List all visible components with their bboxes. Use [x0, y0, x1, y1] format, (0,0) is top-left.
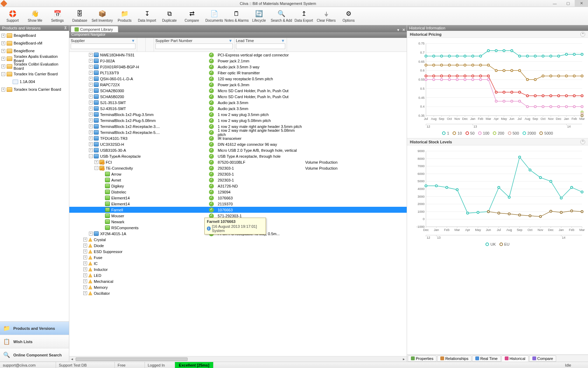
legend-item[interactable]: EU [499, 242, 510, 246]
row-toggle-icon[interactable]: + [89, 107, 93, 110]
toolbar-data-export[interactable]: ↥Data Export [293, 8, 315, 25]
toolbar-duplicate[interactable]: ⧉Duplicate [158, 8, 181, 25]
scroll-left-icon[interactable]: ◂ [69, 357, 75, 361]
tree-toggle-icon[interactable]: + [1, 88, 5, 91]
tree-toggle-icon[interactable]: + [1, 57, 5, 61]
sidebar-wish-lists[interactable]: 📋Wish Lists [0, 335, 69, 348]
row-toggle-icon[interactable]: + [83, 244, 87, 247]
legend-item[interactable]: UK [485, 242, 496, 246]
tree-toggle-icon[interactable]: − [1, 72, 5, 76]
row-toggle-icon[interactable]: + [89, 65, 93, 69]
row-toggle-icon[interactable]: + [89, 77, 93, 81]
horizontal-scrollbar[interactable]: ◂ ▸ [69, 356, 407, 362]
product-item[interactable]: +Toradex Colibri Evaluation Board [0, 62, 69, 70]
row-toggle-icon[interactable]: + [83, 238, 87, 241]
grid-row[interactable]: +RAPC722XPower jack 6.3mm [69, 82, 407, 88]
row-toggle-icon[interactable]: + [89, 71, 93, 75]
filter-icon[interactable]: ▼ [131, 39, 135, 43]
legend-item[interactable]: 10 [453, 131, 462, 135]
tab-real-time[interactable]: Real Time [472, 355, 501, 362]
col-lead[interactable]: Lead Time [236, 39, 254, 43]
grid-row[interactable]: +Inductor [69, 266, 407, 272]
grid-row[interactable]: +Fuse [69, 254, 407, 260]
toolbar-settings[interactable]: 📅Settings [46, 8, 69, 25]
toolbar-search-add[interactable]: 🔍Search & Add [270, 8, 293, 25]
grid-row[interactable]: Element142119370 [69, 201, 407, 207]
product-tree[interactable]: +BeagleBoard+BeagleBoard-xM+BeagleBone+T… [0, 31, 69, 321]
grid-row[interactable]: +Oscillator [69, 290, 407, 296]
row-toggle-icon[interactable]: + [89, 59, 93, 63]
row-toggle-icon[interactable]: + [89, 124, 93, 128]
row-toggle-icon[interactable]: + [89, 118, 93, 122]
toolbar-notes-alarms[interactable]: 🗒Notes & Alarms [225, 8, 248, 25]
grid-row[interactable]: +QSH-060-01-L-D-A120 way receptacle 0.5m… [69, 76, 407, 82]
row-toggle-icon[interactable]: + [83, 285, 87, 289]
toolbar-database[interactable]: 🗄Database [69, 8, 91, 25]
grid-row[interactable]: DigikeyA31726-ND [69, 183, 407, 189]
grid-row[interactable]: +Diode [69, 243, 407, 248]
row-toggle-icon[interactable]: − [94, 166, 98, 170]
grid-row[interactable]: +TFDU4101-TR3IR transceiver [69, 135, 407, 141]
toolbar-documents[interactable]: 📄Documents [203, 8, 225, 25]
grid-row[interactable]: +USB3105-30-AMicro USB 2.0 Type A/B, thr… [69, 147, 407, 153]
grid-row[interactable]: +Mechanical [69, 278, 407, 284]
toolbar-products[interactable]: 📁Products [113, 8, 136, 25]
minimize-button[interactable]: — [548, 0, 561, 7]
tab-compare[interactable]: Compare [529, 355, 556, 362]
tab-relationships[interactable]: Relationships [437, 355, 471, 362]
tab-historical[interactable]: Historical [502, 355, 528, 362]
row-toggle-icon[interactable]: + [83, 279, 87, 283]
grid-body[interactable]: +NWE18DHHN-T931PCI-Express vertical edge… [69, 52, 407, 356]
legend-item[interactable]: 5000 [539, 131, 553, 135]
col-part[interactable]: Supplier Part Number [155, 39, 192, 43]
grid-row[interactable]: +TerminalBlock-1x2-Plug-5.08mm1 row 2 wa… [69, 117, 407, 123]
row-toggle-icon[interactable]: + [89, 53, 93, 57]
legend-item[interactable]: 2000 [523, 131, 536, 135]
grid-row[interactable]: +PJ3X01RF04B-BGP-HAudio jack 3.5mm 3 way [69, 64, 407, 70]
row-toggle-icon[interactable]: + [83, 261, 87, 265]
toolbar-support[interactable]: 🛟Support [1, 8, 24, 25]
product-item[interactable]: +Toradex Ixora Carrier Board [0, 86, 69, 93]
row-toggle-icon[interactable]: + [83, 255, 87, 259]
grid-row[interactable]: +NWE18DHHN-T931PCI-Express vertical edge… [69, 52, 407, 58]
grid-row[interactable]: −TE-Connectivity292303-1Volume Productio… [69, 165, 407, 171]
grid-row[interactable]: +PJ-002APower jack 2.1mm [69, 58, 407, 64]
grid-row[interactable]: Distrelec129094 [69, 189, 407, 195]
row-toggle-icon[interactable]: + [89, 142, 93, 146]
grid-row[interactable]: +UC3X32SD-HDIN 41612 edge connector 96 w… [69, 141, 407, 147]
filter-icon[interactable]: ▼ [281, 39, 285, 43]
product-item[interactable]: +BeagleBoard [0, 32, 69, 39]
grid-row[interactable]: Avnet292303-1 [69, 177, 407, 183]
toolbar-compare[interactable]: ⇄Compare [181, 8, 203, 25]
row-toggle-icon[interactable]: + [89, 83, 93, 87]
row-toggle-icon[interactable]: + [89, 101, 93, 104]
close-button[interactable]: ✕ [575, 0, 588, 7]
row-toggle-icon[interactable]: + [83, 291, 87, 295]
legend-item[interactable]: 1 [442, 131, 449, 135]
sidebar-pin-icon[interactable]: ⊼ [64, 26, 67, 30]
toolbar-clear-filters[interactable]: ⏚Clear Filters [315, 8, 337, 25]
grid-row[interactable]: +Crystal [69, 237, 407, 243]
col-supplier[interactable]: Supplier [71, 39, 85, 43]
product-item[interactable]: −Toradex Iris Carrier Board [0, 70, 69, 78]
product-item[interactable]: +BeagleBoard-xM [0, 39, 69, 47]
product-version[interactable]: 1.1A.004 [0, 78, 69, 86]
grid-row[interactable]: +SCHA2B0300Micro SD Card Holder, Push In… [69, 88, 407, 94]
scroll-thumb[interactable] [76, 357, 188, 361]
row-toggle-icon[interactable]: + [94, 160, 98, 164]
grid-row[interactable]: +SJ1-3513-SMTAudio jack 3.5mm [69, 100, 407, 105]
tree-toggle-icon[interactable]: + [1, 34, 5, 38]
grid-row[interactable]: +FCI87520-0010BLFVolume Production [69, 159, 407, 165]
product-item[interactable]: +BeagleBone [0, 47, 69, 55]
row-toggle-icon[interactable]: − [89, 154, 93, 158]
legend-item[interactable]: 500 [508, 131, 519, 135]
supplier-filter-input[interactable] [71, 43, 135, 49]
grid-row[interactable]: +Memory [69, 284, 407, 290]
legend-item[interactable]: 100 [478, 131, 489, 135]
filter-icon[interactable]: ▼ [229, 39, 233, 43]
tab-component-library[interactable]: Component Library [71, 26, 118, 32]
toolbar-sell-inventory[interactable]: 📦Sell Inventory [91, 8, 113, 25]
row-toggle-icon[interactable]: + [89, 136, 93, 140]
tabstrip-dropdown-icon[interactable]: ▾ [396, 28, 401, 32]
row-toggle-icon[interactable]: + [89, 148, 93, 152]
